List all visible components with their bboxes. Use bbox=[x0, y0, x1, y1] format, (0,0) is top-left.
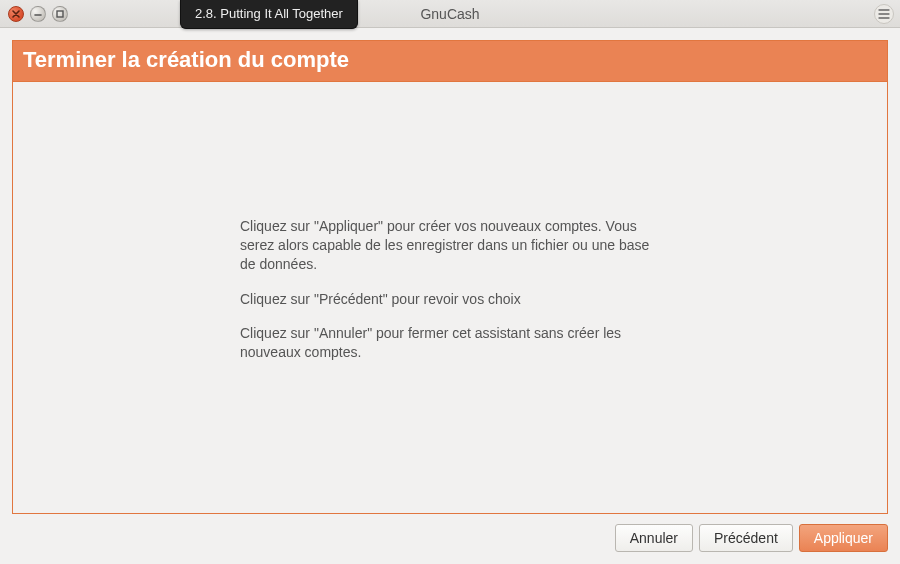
window-title: GnuCash bbox=[0, 6, 900, 22]
titlebar: GnuCash 2.8. Putting It All Together bbox=[0, 0, 900, 28]
button-row: Annuler Précédent Appliquer bbox=[12, 514, 888, 552]
svg-rect-0 bbox=[57, 11, 63, 17]
hamburger-icon[interactable] bbox=[874, 4, 894, 24]
cancel-button[interactable]: Annuler bbox=[615, 524, 693, 552]
paragraph-cancel: Cliquez sur "Annuler" pour fermer cet as… bbox=[240, 324, 660, 362]
back-button[interactable]: Précédent bbox=[699, 524, 793, 552]
apply-button[interactable]: Appliquer bbox=[799, 524, 888, 552]
content-area: Terminer la création du compte Cliquez s… bbox=[0, 28, 900, 564]
paragraph-apply: Cliquez sur "Appliquer" pour créer vos n… bbox=[240, 217, 660, 274]
window-controls bbox=[8, 6, 68, 22]
minimize-button[interactable] bbox=[30, 6, 46, 22]
body-text: Cliquez sur "Appliquer" pour créer vos n… bbox=[240, 217, 660, 378]
close-button[interactable] bbox=[8, 6, 24, 22]
paragraph-back: Cliquez sur "Précédent" pour revoir vos … bbox=[240, 290, 660, 309]
wizard-body: Cliquez sur "Appliquer" pour créer vos n… bbox=[12, 81, 888, 514]
maximize-button[interactable] bbox=[52, 6, 68, 22]
wizard-header: Terminer la création du compte bbox=[12, 40, 888, 81]
chapter-tag: 2.8. Putting It All Together bbox=[180, 0, 358, 29]
